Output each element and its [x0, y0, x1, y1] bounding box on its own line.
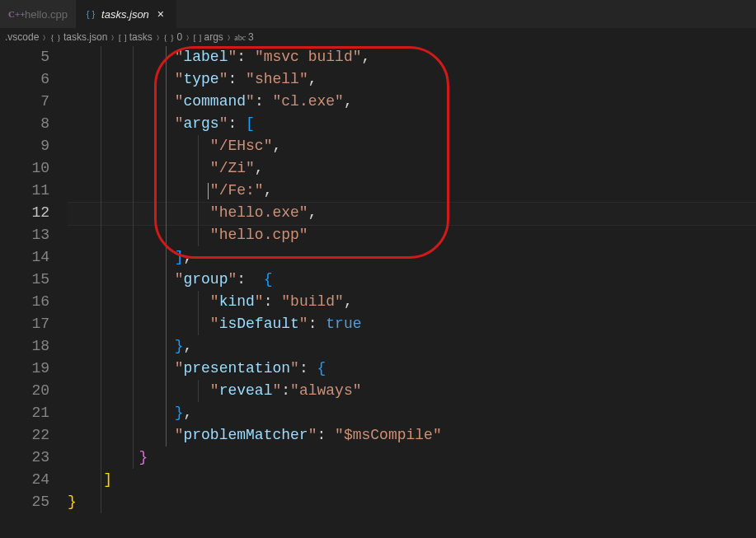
token: [68, 93, 175, 110]
token: ": [175, 360, 184, 377]
code-line[interactable]: "hello.cpp": [68, 224, 756, 246]
token: ": [246, 93, 255, 110]
line-number: 7: [0, 91, 49, 113]
code-line[interactable]: "kind": "build",: [68, 291, 756, 313]
line-number: 17: [0, 313, 49, 335]
editor[interactable]: 5678910111213141516171819202122232425 "l…: [0, 46, 756, 513]
token: {: [264, 271, 273, 288]
tab-label: tasks.json: [101, 8, 149, 21]
line-number: 22: [0, 424, 49, 447]
array-icon: [ ]: [119, 32, 127, 42]
token: ": [210, 293, 219, 310]
code-line[interactable]: "/EHsc",: [68, 135, 756, 157]
chevron-right-icon: ›: [228, 30, 230, 44]
token: ": [228, 49, 237, 65]
token: isDefault: [219, 316, 299, 332]
line-number: 10: [0, 157, 49, 180]
token: ": [175, 93, 184, 110]
object-icon: { }: [163, 32, 174, 42]
line-number: 8: [0, 113, 49, 135]
line-number-gutter: 5678910111213141516171819202122232425: [0, 46, 68, 513]
line-number: 13: [0, 224, 49, 246]
token: ,: [183, 405, 192, 421]
code-line[interactable]: "hello.exe",: [68, 202, 756, 224]
tab-bar: C++ hello.cpp { } tasks.json ×: [0, 0, 756, 28]
token: ]: [103, 471, 112, 488]
token: "/Zi": [210, 160, 255, 176]
chevron-right-icon: ›: [157, 30, 159, 44]
token: [68, 160, 210, 176]
code-line[interactable]: "isDefault": true: [68, 313, 756, 335]
code-line[interactable]: "presentation": {: [68, 358, 756, 380]
token: ": [210, 316, 219, 332]
code-line[interactable]: "command": "cl.exe",: [68, 91, 756, 113]
code-line[interactable]: "args": [: [68, 113, 756, 135]
code-line[interactable]: }: [68, 491, 756, 513]
token: kind: [219, 293, 255, 310]
json-file-icon: { }: [50, 32, 61, 42]
token: }: [68, 494, 77, 510]
token: }: [175, 338, 184, 354]
token: ": [272, 382, 281, 399]
token: "/EHsc": [210, 138, 273, 154]
token: [68, 71, 175, 87]
line-number: 19: [0, 358, 49, 380]
code-line[interactable]: "problemMatcher": "$msCompile": [68, 424, 756, 447]
code-line[interactable]: "type": "shell",: [68, 68, 756, 91]
token: [68, 405, 175, 421]
string-icon: abc: [234, 33, 246, 42]
code-line[interactable]: "label": "msvc build",: [68, 46, 756, 68]
breadcrumb-folder[interactable]: .vscode: [5, 31, 39, 43]
token: command: [183, 93, 246, 110]
tab-tasks[interactable]: { } tasks.json ×: [77, 0, 176, 28]
code-area[interactable]: "label": "msvc build", "type": "shell", …: [68, 46, 756, 513]
text-cursor: [208, 183, 209, 199]
token: :: [228, 115, 246, 132]
tab-hello[interactable]: C++ hello.cpp: [0, 0, 77, 28]
token: :: [299, 360, 317, 377]
breadcrumb-key[interactable]: 3: [248, 31, 254, 43]
token: presentation: [183, 360, 290, 377]
code-line[interactable]: "reveal":"always": [68, 380, 756, 402]
token: ": [219, 71, 228, 87]
code-line[interactable]: ]: [68, 469, 756, 491]
token: :: [308, 316, 326, 332]
code-line[interactable]: }: [68, 447, 756, 469]
code-line[interactable]: },: [68, 402, 756, 424]
token: [68, 316, 210, 332]
code-line[interactable]: "/Zi",: [68, 157, 756, 180]
breadcrumb[interactable]: .vscode › { } tasks.json › [ ] tasks › {…: [0, 28, 756, 46]
token: ,: [344, 293, 353, 310]
code-line[interactable]: ],: [68, 246, 756, 269]
token: type: [183, 71, 218, 87]
code-line[interactable]: "/Fe:",: [68, 180, 756, 202]
token: [68, 293, 210, 310]
token: ,: [183, 249, 192, 265]
token: ": [255, 293, 264, 310]
line-number: 5: [0, 46, 49, 68]
code-line[interactable]: "group": {: [68, 269, 756, 291]
breadcrumb-key[interactable]: tasks: [129, 31, 153, 43]
token: "$msCompile": [335, 427, 442, 443]
token: [68, 382, 210, 399]
line-number: 25: [0, 491, 49, 513]
token: }: [175, 405, 184, 421]
token: [68, 271, 175, 288]
code-line[interactable]: },: [68, 335, 756, 358]
token: :: [317, 427, 335, 443]
line-number: 21: [0, 402, 49, 424]
token: [68, 449, 139, 465]
token: :: [281, 382, 290, 399]
token: [68, 138, 210, 154]
breadcrumb-key[interactable]: args: [204, 31, 223, 43]
line-number: 6: [0, 68, 49, 91]
close-icon[interactable]: ×: [154, 7, 167, 21]
token: [68, 49, 175, 65]
breadcrumb-file[interactable]: tasks.json: [63, 31, 107, 43]
token: :: [228, 71, 246, 87]
token: [68, 360, 175, 377]
token: ": [219, 115, 228, 132]
token: reveal: [219, 382, 273, 399]
token: [68, 227, 210, 243]
breadcrumb-key[interactable]: 0: [176, 31, 182, 43]
